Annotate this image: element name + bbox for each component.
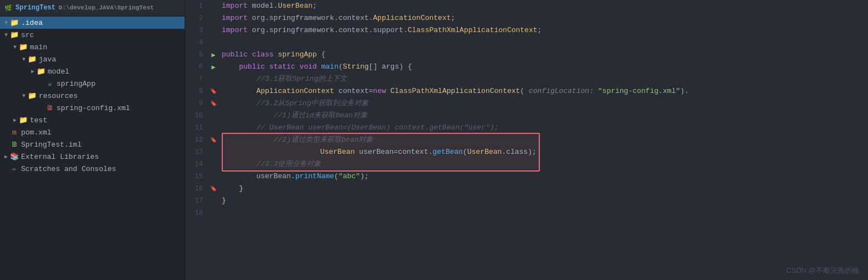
code-line-1: import model.UserBean; [222, 0, 868, 12]
sidebar-item-springApp[interactable]: ☕ springApp [0, 77, 185, 90]
iml-icon: 🗎 [10, 141, 19, 149]
sidebar-item-label: springApp [57, 80, 95, 88]
line-num-9: 9 [185, 97, 203, 110]
line-num-13: 13 [185, 146, 203, 158]
arrow-icon: ▼ [2, 32, 10, 38]
line-num-6: 6 [185, 61, 203, 73]
code-line-3: import org.springframework.context.suppo… [222, 24, 868, 37]
arrow-icon: ▼ [20, 93, 28, 99]
sidebar-item-model[interactable]: ▶ 📁 model [0, 65, 185, 77]
code-content: import model.UserBean; import org.spring… [219, 0, 868, 280]
code-line-6: public static void main(String[] args) { [222, 61, 868, 73]
arrow-icon: ▶ [2, 153, 10, 160]
line-num-14: 14 [185, 158, 203, 170]
line-num-10: 10 [185, 110, 203, 122]
sidebar-item-label: java [39, 55, 56, 64]
line-num-7: 7 [185, 73, 203, 85]
code-line-13: UserBean userBean=context.getBean(UserBe… [222, 146, 868, 158]
code-line-7: //3.1获取Spring的上下文 [222, 73, 868, 85]
sidebar-item-label: External Libraries [21, 153, 99, 161]
code-line-17: } [222, 195, 868, 207]
gutter: ▶ ▶ 🔖 🔖 🔖 🔖 [207, 0, 219, 280]
xml-file-icon: 🗎 [45, 104, 54, 112]
sidebar: 🌿 SpringTest D:\develop_JAVA\SpringTest … [0, 0, 185, 280]
line-num-5: 5 [185, 49, 203, 61]
code-line-15: userBean.printName("abc"); [222, 170, 868, 183]
line-num-17: 17 [185, 195, 203, 207]
line-num-15: 15 [185, 170, 203, 183]
code-line-11: // UserBean userBean=(UserBean) context.… [222, 122, 868, 134]
folder-icon: 📁 [10, 30, 19, 39]
folder-icon: 📁 [28, 91, 37, 100]
code-line-5: public class springApp { [222, 49, 868, 61]
line-num-8: 8 [185, 85, 203, 97]
java-file-icon: ☕ [45, 79, 54, 88]
bookmark-9: 🔖 [207, 97, 219, 110]
project-path: D:\develop_JAVA\SpringTest [59, 4, 154, 11]
line-num-12: 12 [185, 134, 203, 146]
code-line-14: //3.3使用业务对象 [222, 158, 868, 170]
run-indicator-5: ▶ [207, 49, 219, 61]
sidebar-item-external-libraries[interactable]: ▶ 📚 External Libraries [0, 151, 185, 163]
code-lines: 1 2 3 4 5 6 7 8 9 10 11 12 13 14 15 16 1… [185, 0, 868, 280]
sidebar-item-main[interactable]: ▼ 📁 main [0, 41, 185, 53]
sidebar-item-src[interactable]: ▼ 📁 src [0, 29, 185, 41]
code-line-4 [222, 37, 868, 49]
code-line-16: } [222, 183, 868, 195]
sidebar-item-label: test [30, 116, 47, 125]
folder-icon: 📁 [37, 67, 45, 76]
line-num-4: 4 [185, 37, 203, 49]
code-line-2: import org.springframework.context.Appli… [222, 12, 868, 24]
maven-icon: m [10, 128, 19, 137]
sidebar-item-label: model [48, 68, 69, 76]
code-editor: 1 2 3 4 5 6 7 8 9 10 11 12 13 14 15 16 1… [185, 0, 868, 280]
sidebar-item-label: spring-config.xml [57, 104, 130, 112]
sidebar-item-resources[interactable]: ▼ 📁 resources [0, 90, 185, 102]
code-line-18 [222, 207, 868, 219]
line-num-11: 11 [185, 122, 203, 134]
folder-icon: 📁 [19, 116, 28, 125]
bookmark-12: 🔖 [207, 134, 219, 146]
line-num-1: 1 [185, 0, 203, 12]
bookmark-16: 🔖 [207, 183, 219, 195]
line-numbers: 1 2 3 4 5 6 7 8 9 10 11 12 13 14 15 16 1… [185, 0, 207, 280]
sidebar-item-scratches[interactable]: ✏ Scratches and Consoles [0, 163, 185, 175]
sidebar-item-label: resources [39, 92, 78, 100]
run-indicator-6: ▶ [207, 61, 219, 73]
folder-icon: 📁 [19, 43, 28, 51]
line-num-16: 16 [185, 183, 203, 195]
sidebar-header: 🌿 SpringTest D:\develop_JAVA\SpringTest [0, 0, 185, 15]
sidebar-item-label: SpringTest.iml [21, 141, 81, 149]
folder-icon: 📁 [28, 55, 37, 64]
bookmark-8: 🔖 [207, 85, 219, 97]
arrow-icon: ▼ [11, 44, 19, 50]
arrow-icon: ▼ [2, 20, 10, 26]
line-num-3: 3 [185, 24, 203, 37]
line-num-2: 2 [185, 12, 203, 24]
sidebar-item-spring-config[interactable]: 🗎 spring-config.xml [0, 102, 185, 114]
sidebar-item-label: .idea [21, 19, 43, 27]
arrow-icon: ▶ [11, 117, 19, 123]
sidebar-item-label: main [30, 43, 47, 51]
sidebar-tree: ▼ 📁 .idea ▼ 📁 src ▼ 📁 main ▼ 📁 java ▶ 📁 … [0, 15, 185, 280]
sidebar-item-pom[interactable]: m pom.xml [0, 126, 185, 138]
project-title: SpringTest [16, 4, 55, 12]
arrow-icon: ▶ [29, 68, 37, 75]
line-num-18: 18 [185, 207, 203, 219]
code-line-10: //1)通过id来获取bean对象 [222, 110, 868, 122]
sidebar-item-label: src [21, 31, 34, 39]
scratches-icon: ✏ [10, 164, 19, 173]
code-line-8: ApplicationContext context=new ClassPath… [222, 85, 868, 97]
sidebar-item-iml[interactable]: 🗎 SpringTest.iml [0, 138, 185, 151]
sidebar-item-test[interactable]: ▶ 📁 test [0, 114, 185, 126]
watermark: CSDN @不断完善的楠 [786, 266, 859, 276]
arrow-icon: ▼ [20, 56, 28, 63]
code-line-9: //3.2从Spring中获取到业务对象 [222, 97, 868, 110]
sidebar-item-label: pom.xml [21, 128, 52, 137]
sidebar-item-idea[interactable]: ▼ 📁 .idea [0, 17, 185, 29]
spring-icon: 🌿 [4, 4, 12, 12]
sidebar-item-label: Scratches and Consoles [21, 165, 116, 173]
sidebar-item-java[interactable]: ▼ 📁 java [0, 53, 185, 65]
folder-icon: 📁 [10, 18, 19, 27]
lib-icon: 📚 [10, 152, 19, 161]
